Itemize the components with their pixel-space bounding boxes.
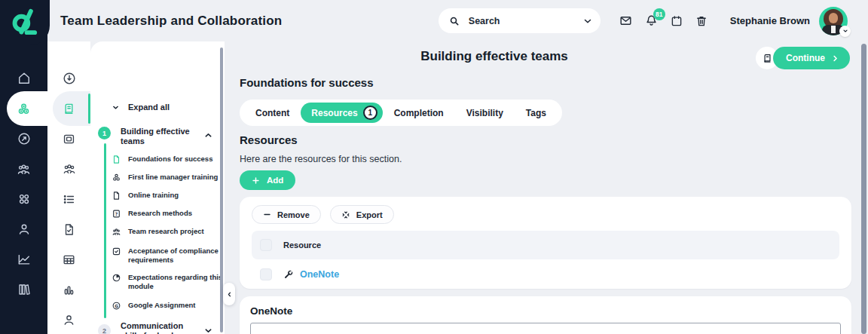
quiz-question-icon: ? [112,209,121,219]
subnav-item-content[interactable] [47,91,90,126]
subnav-item-media[interactable] [47,124,90,154]
panel-collapse-button[interactable] [223,283,235,305]
select-all-checkbox[interactable] [260,239,272,251]
export-arrows-icon [341,210,350,219]
document-check-icon [62,222,76,237]
avatar-chevron-down-icon[interactable] [839,26,851,37]
detail-name-input[interactable] [250,323,841,334]
trash-icon[interactable] [695,14,708,28]
tree-item-online-training[interactable]: Online training [112,191,223,201]
sidebar-item-analytics[interactable] [0,244,47,274]
tree-item-google-assignment[interactable]: G Google Assignment [112,301,223,311]
continue-label: Continue [786,53,825,63]
user-name: Stephanie Brown [730,15,810,26]
page-title: Building effective teams [234,49,755,64]
sidebar-item-home[interactable] [0,63,47,93]
subnav-item-members[interactable] [47,305,90,334]
minus-icon [263,210,271,219]
google-icon: G [112,301,121,311]
sidebar-item-groups[interactable] [0,154,47,184]
resources-description: Here are the resources for this section. [240,154,402,164]
subnav-item-reports[interactable] [47,274,90,305]
app-logo[interactable] [0,0,50,45]
analytics-line-icon [17,252,32,267]
resources-table-card: Remove Export Resource [240,197,851,289]
tree-item-expectations[interactable]: Expectations regarding this module [112,273,223,290]
tab-bar: Content Resources 1 Completion Visibilit… [240,100,562,126]
progress-compass-icon [17,131,32,146]
apps-grid-icon [17,192,32,207]
section-title[interactable]: Building effective teams [121,127,202,146]
tab-content[interactable]: Content [244,103,301,123]
tab-tags[interactable]: Tags [515,103,558,123]
tree-item-research-methods[interactable]: ? Research methods [112,209,223,219]
secondary-sidebar [47,41,90,334]
sidebar-item-apps[interactable] [0,184,47,214]
chevron-up-icon[interactable] [203,130,213,140]
expand-all-button[interactable]: Expand all [112,103,170,112]
tree-item-label: Team research project [128,227,223,236]
section-number[interactable]: 2 [98,324,111,334]
modules-cluster-icon [16,101,32,117]
history-down-icon [62,71,77,86]
chevron-down-icon [112,103,120,112]
continue-button[interactable]: Continue [773,47,850,69]
page-scrollbar[interactable] [861,44,866,334]
document-icon [112,155,121,164]
search-box[interactable] [439,8,601,33]
subnav-item-assignments[interactable] [47,214,90,244]
tree-item-label: Expectations regarding this module [128,273,223,290]
remove-button[interactable]: Remove [252,205,321,224]
tree-item-label: Online training [128,191,223,200]
tab-completion[interactable]: Completion [383,103,455,123]
chevron-down-icon[interactable] [203,326,213,334]
subnav-item-people[interactable] [47,154,90,184]
subnav-item-outline[interactable] [47,184,90,214]
sidebar-item-profile[interactable] [0,214,47,244]
search-input[interactable] [467,15,582,27]
resource-detail-card: OneNote [240,296,851,334]
subnav-item-tables[interactable] [47,244,90,274]
cluster-icon [112,173,121,182]
section-heading: Foundations for success [240,76,374,89]
export-button[interactable]: Export [330,205,394,224]
subnav-item-history[interactable] [47,63,90,93]
list-icon [62,192,76,207]
sidebar-item-progress[interactable] [0,124,47,154]
checkbox-check-icon [112,247,121,256]
groups-icon [16,161,32,177]
tree-item-compliance[interactable]: Acceptance of compliance requirements [112,247,223,264]
svg-text:G: G [115,304,118,308]
detail-heading: OneNote [250,305,841,317]
tree-item-first-line[interactable]: First line manager training [112,173,223,182]
chevron-down-icon[interactable] [582,16,593,26]
document-icon [112,191,121,201]
row-checkbox[interactable] [260,268,272,280]
primary-sidebar [0,0,47,334]
sidebar-item-library[interactable] [0,274,47,305]
wrench-icon [283,269,294,280]
calendar-icon[interactable] [670,14,683,28]
avatar[interactable] [819,7,848,35]
active-indicator [88,93,90,124]
resource-link[interactable]: OneNote [300,269,339,280]
section-title[interactable]: Communication skills for leaders [121,321,202,334]
remove-label: Remove [277,210,310,219]
tree-item-foundations[interactable]: Foundations for success [112,155,223,164]
section-number[interactable]: 1 [98,127,111,139]
book-icon [62,102,76,116]
bar-chart-icon [62,283,76,297]
tab-visibility[interactable]: Visibility [455,103,515,123]
sidebar-item-modules[interactable] [0,91,47,126]
tab-resources[interactable]: Resources 1 [301,103,382,123]
course-tree-panel: Expand all 1 Building effective teams Fo… [90,41,225,334]
plus-icon [252,176,260,185]
resources-heading: Resources [240,133,298,146]
bell-icon[interactable]: 81 [644,14,659,28]
table-icon [62,253,76,267]
tree-item-team-research[interactable]: Team research project [112,227,223,237]
chevron-right-icon [831,54,839,63]
add-resource-button[interactable]: Add [240,170,295,190]
pie-chart-icon [112,273,121,283]
mail-icon[interactable] [619,14,633,28]
